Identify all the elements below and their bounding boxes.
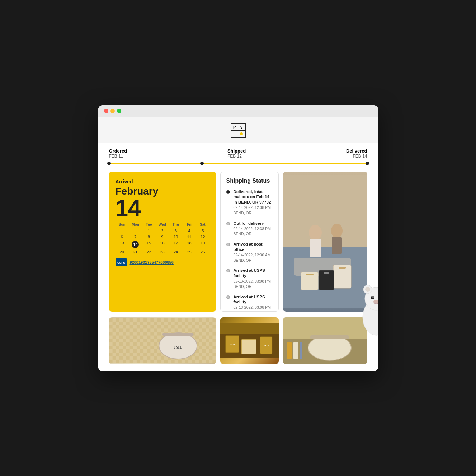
- cal-day-24: 24: [169, 249, 183, 255]
- photo-3-svg: [283, 317, 367, 364]
- cal-day-19: 19: [196, 240, 209, 249]
- cal-day-empty: [116, 228, 129, 234]
- svg-rect-12: [310, 239, 321, 257]
- svg-rect-36: [300, 342, 302, 359]
- usps-logo: USPS: [116, 258, 127, 266]
- cal-day-17: 17: [169, 240, 183, 249]
- cal-day-9: 9: [156, 234, 169, 240]
- status-text-usps-1: Arrived at USPS facility 02-13-2022, 03:…: [234, 268, 273, 289]
- timeline: Ordered FEB 11 Shipped FEB 12 Delivered …: [98, 143, 378, 166]
- svg-rect-27: [241, 339, 256, 354]
- svg-text:USPS: USPS: [117, 261, 125, 265]
- cal-day-12: 12: [196, 234, 209, 240]
- cal-day-8: 8: [142, 234, 156, 240]
- product-photo-1-inner: JML: [109, 317, 216, 364]
- product-image-bg: [283, 172, 367, 312]
- browser-dot-red: [104, 109, 108, 113]
- svg-point-32: [308, 335, 351, 360]
- product-photo-2-inner: RSO HGA: [220, 317, 279, 364]
- product-photo-2: RSO HGA: [220, 317, 279, 364]
- status-title-delivered: Delivered, in/at mailbox on Feb 14 in BE…: [234, 189, 273, 205]
- svg-text:HGA: HGA: [263, 344, 269, 347]
- cal-day-7: 7: [129, 234, 142, 240]
- cal-day-20: 20: [116, 249, 129, 255]
- svg-rect-10: [306, 274, 314, 275]
- product-photo-3-inner: [283, 317, 367, 364]
- cal-day-14: 14: [129, 240, 142, 249]
- ordered-status: Ordered: [109, 148, 127, 154]
- logo-bar: P V L: [98, 117, 378, 143]
- cal-day-11: 11: [183, 234, 196, 240]
- cal-day-22: 22: [142, 249, 156, 255]
- svg-rect-8: [324, 272, 329, 274]
- status-text-delivered: Delivered, in/at mailbox on Feb 14 in BE…: [234, 189, 273, 216]
- browser-window: P V L Ordered FEB 11 Shipped: [98, 105, 378, 371]
- svg-point-11: [309, 225, 322, 241]
- svg-rect-33: [310, 335, 349, 339]
- status-title-post-office: Arrived at post office: [234, 242, 273, 252]
- bottom-photos: JML RSO HGA: [98, 317, 378, 371]
- cal-day-5: 5: [196, 228, 209, 234]
- photo-2-svg: RSO HGA: [220, 317, 279, 364]
- cal-day-1: 1: [142, 228, 156, 234]
- timeline-dot-shipped: [200, 162, 204, 165]
- cal-day-26: 26: [196, 249, 209, 255]
- cal-day-13: 13: [116, 240, 129, 249]
- cal-day-14-highlight: 14: [132, 241, 139, 248]
- usps-icon: USPS: [116, 258, 127, 266]
- cal-sun: Sun: [116, 223, 129, 227]
- shipping-status-panel: Shipping Status Delivered, in/at mailbox…: [220, 172, 279, 312]
- cal-day-3: 3: [169, 228, 183, 234]
- cal-day-15: 15: [142, 240, 156, 249]
- calendar-header: Sun Mon Tue Wed Thu Fri Sat: [116, 223, 209, 227]
- cal-day-empty: [129, 228, 142, 234]
- svg-rect-14: [332, 237, 342, 254]
- status-title-usps-2: Arrived at USPS facility: [234, 294, 273, 305]
- browser-titlebar: [98, 105, 378, 117]
- status-detail-delivered-loc: BEND, OR: [234, 210, 273, 216]
- product-photo-1: JML: [109, 317, 216, 364]
- status-text-usps-2: Arrived at USPS facility 02-13-2022, 03:…: [234, 294, 273, 312]
- status-detail-usps-1-date: 02-13-2022, 03:08 PM: [234, 279, 273, 284]
- logo-dot-cell: [238, 131, 245, 137]
- timeline-dot-ordered: [107, 162, 111, 165]
- status-title-out-delivery: Out for delivery: [234, 221, 271, 226]
- browser-content: P V L Ordered FEB 11 Shipped: [98, 117, 378, 371]
- tracking-row: USPS 92001901755477000856: [116, 258, 209, 266]
- timeline-label-shipped: Shipped FEB 12: [227, 148, 246, 159]
- cal-sat: Sat: [196, 223, 209, 227]
- svg-rect-34: [287, 342, 292, 359]
- status-detail-post-office-date: 02-14-2022, 12:30 AM: [234, 252, 273, 258]
- calendar: Sun Mon Tue Wed Thu Fri Sat 1 2: [116, 223, 209, 255]
- cal-day-6: 6: [116, 234, 129, 240]
- cal-day-25: 25: [183, 249, 196, 255]
- tracking-number-link[interactable]: 92001901755477000856: [130, 260, 174, 265]
- browser-dot-green: [117, 109, 121, 113]
- product-scene-svg: [283, 172, 367, 312]
- arrival-day: 14: [116, 197, 209, 220]
- cal-thu: Thu: [169, 223, 182, 227]
- brand-logo: P V L: [231, 123, 246, 138]
- svg-text:RSO: RSO: [230, 343, 235, 345]
- status-detail-usps-1-loc: BEND, OR: [234, 284, 273, 289]
- cal-day-2: 2: [156, 228, 169, 234]
- shipped-status: Shipped: [227, 148, 246, 154]
- status-item-post-office: Arrived at post office 02-14-2022, 12:30…: [226, 242, 273, 263]
- cal-day-16: 16: [156, 240, 169, 249]
- main-content-grid: Arrived February 14 Sun Mon Tue Wed Thu …: [98, 172, 378, 317]
- shipping-status-title: Shipping Status: [226, 178, 273, 184]
- photo-1-svg: JML: [109, 317, 216, 364]
- timeline-line-fill: [109, 163, 367, 164]
- status-detail-post-office-loc: BEND, OR: [234, 258, 273, 263]
- status-dot-usps-1: [226, 269, 230, 272]
- status-text-post-office: Arrived at post office 02-14-2022, 12:30…: [234, 242, 273, 263]
- status-detail-usps-2-date: 02-13-2022, 03:08 PM: [234, 305, 273, 310]
- svg-rect-35: [293, 342, 298, 359]
- cal-mon: Mon: [129, 223, 142, 227]
- cal-fri: Fri: [183, 223, 196, 227]
- status-title-usps-1: Arrived at USPS facility: [234, 268, 273, 279]
- cal-day-21: 21: [129, 249, 142, 255]
- svg-point-13: [331, 224, 343, 238]
- logo-yellow-dot: [240, 132, 243, 135]
- status-dot-post-office: [226, 243, 230, 246]
